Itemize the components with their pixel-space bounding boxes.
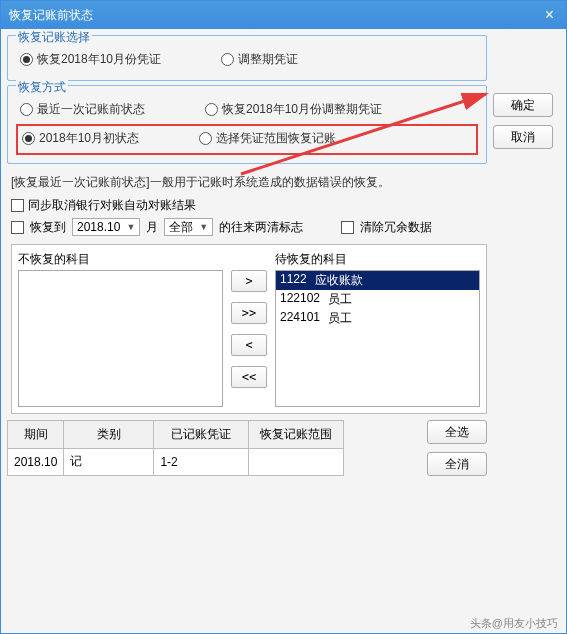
left-list-label: 不恢复的科目 — [18, 251, 223, 270]
radio-label: 恢复2018年10月份凭证 — [37, 51, 161, 68]
item-name: 应收账款 — [315, 272, 363, 289]
list-item[interactable]: 1122应收账款 — [276, 271, 479, 290]
right-listbox[interactable]: 1122应收账款122102员工224101员工 — [275, 270, 480, 407]
voucher-table: 期间 类别 已记账凭证 恢复记账范围 2018.10 记 1-2 — [7, 420, 344, 476]
radio-icon — [20, 53, 33, 66]
cell-type: 记 — [64, 448, 154, 476]
transfer-panel: 不恢复的科目 > >> < << 待恢复的科目 1122应收账款122102员工… — [11, 244, 487, 414]
right-list-label: 待恢复的科目 — [275, 251, 480, 270]
th-voucher: 已记账凭证 — [154, 421, 249, 449]
chevron-down-icon: ▼ — [199, 222, 208, 232]
move-all-left-button[interactable]: << — [231, 366, 267, 388]
move-right-button[interactable]: > — [231, 270, 267, 292]
radio-icon — [22, 132, 35, 145]
radio-icon — [199, 132, 212, 145]
th-type: 类别 — [64, 421, 154, 449]
cell-range — [249, 448, 344, 476]
item-code: 122102 — [280, 291, 320, 308]
cancel-button[interactable]: 取消 — [493, 125, 553, 149]
item-code: 1122 — [280, 272, 307, 289]
radio-adjust-month[interactable]: 恢复2018年10月份调整期凭证 — [205, 101, 382, 118]
radio-select-range[interactable]: 选择凭证范围恢复记账 — [199, 130, 336, 147]
highlight-box: 2018年10月初状态 选择凭证范围恢复记账 — [16, 124, 478, 155]
radio-last-state[interactable]: 最近一次记账前状态 — [20, 101, 145, 118]
dialog-title: 恢复记账前状态 — [9, 7, 93, 24]
list-item[interactable]: 122102员工 — [276, 290, 479, 309]
radio-month-begin[interactable]: 2018年10月初状态 — [22, 130, 139, 147]
select-all-button[interactable]: 全选 — [427, 420, 487, 444]
radio-label: 调整期凭证 — [238, 51, 298, 68]
select-value: 全部 — [169, 219, 193, 236]
item-name: 员工 — [328, 291, 352, 308]
content-area: 恢复记账选择 恢复2018年10月份凭证 调整期凭证 — [1, 29, 566, 614]
ok-button[interactable]: 确定 — [493, 93, 553, 117]
th-range: 恢复记账范围 — [249, 421, 344, 449]
move-all-right-button[interactable]: >> — [231, 302, 267, 324]
move-left-button[interactable]: < — [231, 334, 267, 356]
note-text: [恢复最近一次记账前状态]一般用于记账时系统造成的数据错误的恢复。 — [7, 168, 487, 195]
table-row[interactable]: 2018.10 记 1-2 — [8, 448, 344, 476]
radio-label: 选择凭证范围恢复记账 — [216, 130, 336, 147]
checkbox-icon — [11, 199, 24, 212]
th-period: 期间 — [8, 421, 64, 449]
radio-icon — [205, 103, 218, 116]
checkbox-icon[interactable] — [11, 221, 24, 234]
checkbox-label: 同步取消银行对账自动对账结果 — [28, 197, 196, 214]
fieldset-restore-mode: 恢复方式 最近一次记账前状态 恢复2018年10月份调整期凭证 — [7, 85, 487, 164]
radio-restore-month[interactable]: 恢复2018年10月份凭证 — [20, 51, 161, 68]
label-month: 月 — [146, 219, 158, 236]
close-icon[interactable]: × — [541, 6, 558, 24]
item-name: 员工 — [328, 310, 352, 327]
checkbox-sync-cancel[interactable]: 同步取消银行对账自动对账结果 — [7, 195, 487, 216]
checkbox-clear-redundant-label: 清除冗余数据 — [360, 219, 432, 236]
checkbox-icon[interactable] — [341, 221, 354, 234]
select-type[interactable]: 全部 ▼ — [164, 218, 213, 236]
dialog: 恢复记账前状态 × 恢复记账选择 恢复2018年10月份凭证 — [0, 0, 567, 634]
footer-credit: 头条@用友小技巧 — [1, 614, 566, 633]
left-listbox[interactable] — [18, 270, 223, 407]
radio-icon — [221, 53, 234, 66]
radio-label: 恢复2018年10月份调整期凭证 — [222, 101, 382, 118]
clear-all-button[interactable]: 全消 — [427, 452, 487, 476]
chevron-down-icon: ▼ — [126, 222, 135, 232]
fieldset-restore-choice: 恢复记账选择 恢复2018年10月份凭证 调整期凭证 — [7, 35, 487, 81]
legend-restore-mode: 恢复方式 — [16, 79, 68, 96]
radio-label: 2018年10月初状态 — [39, 130, 139, 147]
label-clear-flag: 的往来两清标志 — [219, 219, 303, 236]
radio-adjust-period[interactable]: 调整期凭证 — [221, 51, 298, 68]
item-code: 224101 — [280, 310, 320, 327]
list-item[interactable]: 224101员工 — [276, 309, 479, 328]
label-restore-to: 恢复到 — [30, 219, 66, 236]
radio-label: 最近一次记账前状态 — [37, 101, 145, 118]
select-value: 2018.10 — [77, 220, 120, 234]
titlebar: 恢复记账前状态 × — [1, 1, 566, 29]
legend-restore-choice: 恢复记账选择 — [16, 29, 92, 46]
cell-period: 2018.10 — [8, 448, 64, 476]
radio-icon — [20, 103, 33, 116]
cell-voucher: 1-2 — [154, 448, 249, 476]
select-period[interactable]: 2018.10 ▼ — [72, 218, 140, 236]
